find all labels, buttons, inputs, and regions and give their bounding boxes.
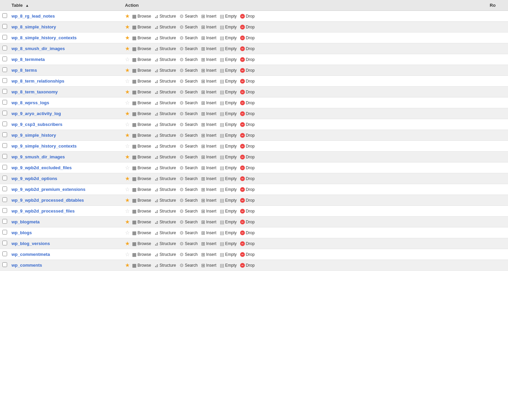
browse-action[interactable]: ▦Browse — [131, 132, 152, 138]
table-name-link[interactable]: wp_9_simple_history_contexts — [12, 143, 77, 149]
structure-action[interactable]: ⊿Structure — [153, 132, 177, 138]
browse-action[interactable]: ▦Browse — [131, 143, 152, 149]
browse-action[interactable]: ▦Browse — [131, 230, 152, 236]
table-name-link[interactable]: wp_8_term_relationships — [12, 79, 64, 84]
search-action[interactable]: ⚙Search — [178, 46, 199, 52]
favorite-star-icon[interactable]: ★ — [125, 35, 130, 41]
row-checkbox[interactable] — [2, 186, 7, 191]
search-action[interactable]: ⚙Search — [178, 219, 199, 225]
empty-action[interactable]: ▤Empty — [219, 154, 238, 160]
empty-action[interactable]: ▤Empty — [219, 121, 238, 128]
drop-action[interactable]: −Drop — [239, 241, 256, 246]
browse-action[interactable]: ▦Browse — [131, 67, 152, 73]
search-action[interactable]: ⚙Search — [178, 165, 199, 171]
browse-action[interactable]: ▦Browse — [131, 121, 152, 128]
empty-action[interactable]: ▤Empty — [219, 197, 238, 203]
favorite-star-icon[interactable]: ★ — [125, 262, 130, 268]
insert-action[interactable]: ⊞Insert — [200, 251, 217, 258]
insert-action[interactable]: ⊞Insert — [200, 176, 217, 182]
drop-action[interactable]: −Drop — [239, 263, 256, 268]
row-checkbox[interactable] — [2, 230, 7, 235]
structure-action[interactable]: ⊿Structure — [153, 262, 177, 268]
favorite-star-icon[interactable]: ★ — [125, 154, 130, 160]
favorite-star-icon[interactable]: ★ — [125, 219, 130, 225]
empty-action[interactable]: ▤Empty — [219, 46, 238, 52]
browse-action[interactable]: ▦Browse — [131, 13, 152, 19]
favorite-star-icon[interactable]: ★ — [125, 175, 130, 182]
row-checkbox[interactable] — [2, 262, 7, 267]
drop-action[interactable]: −Drop — [239, 230, 256, 236]
favorite-star-icon[interactable]: ★ — [125, 240, 130, 247]
favorite-star-icon[interactable]: ★ — [125, 110, 130, 117]
table-name-link[interactable]: wp_commentmeta — [12, 252, 50, 257]
search-action[interactable]: ⚙Search — [178, 89, 199, 95]
table-name-link[interactable]: wp_8_wprss_logs — [12, 100, 49, 105]
browse-action[interactable]: ▦Browse — [131, 176, 152, 182]
search-action[interactable]: ⚙Search — [178, 230, 199, 236]
empty-action[interactable]: ▤Empty — [219, 100, 238, 106]
empty-action[interactable]: ▤Empty — [219, 132, 238, 138]
empty-action[interactable]: ▤Empty — [219, 78, 238, 84]
insert-action[interactable]: ⊞Insert — [200, 197, 217, 203]
browse-action[interactable]: ▦Browse — [131, 208, 152, 214]
structure-action[interactable]: ⊿Structure — [153, 111, 177, 117]
drop-action[interactable]: −Drop — [239, 24, 256, 30]
browse-action[interactable]: ▦Browse — [131, 241, 152, 247]
insert-action[interactable]: ⊞Insert — [200, 100, 217, 106]
favorite-star-icon[interactable]: ★ — [125, 13, 130, 19]
table-name-link[interactable]: wp_9_wpb2d_processed_files — [12, 208, 75, 214]
table-name-link[interactable]: wp_blogs — [12, 230, 32, 235]
search-action[interactable]: ⚙Search — [178, 186, 199, 193]
row-checkbox[interactable] — [2, 24, 7, 29]
search-action[interactable]: ⚙Search — [178, 143, 199, 149]
empty-action[interactable]: ▤Empty — [219, 186, 238, 193]
empty-action[interactable]: ▤Empty — [219, 111, 238, 117]
insert-action[interactable]: ⊞Insert — [200, 230, 217, 236]
insert-action[interactable]: ⊞Insert — [200, 13, 217, 19]
empty-action[interactable]: ▤Empty — [219, 143, 238, 149]
drop-action[interactable]: −Drop — [239, 57, 256, 62]
search-action[interactable]: ⚙Search — [178, 78, 199, 84]
row-checkbox[interactable] — [2, 35, 7, 40]
browse-action[interactable]: ▦Browse — [131, 219, 152, 225]
structure-action[interactable]: ⊿Structure — [153, 89, 177, 95]
insert-action[interactable]: ⊞Insert — [200, 121, 217, 128]
insert-action[interactable]: ⊞Insert — [200, 165, 217, 171]
insert-action[interactable]: ⊞Insert — [200, 262, 217, 268]
search-action[interactable]: ⚙Search — [178, 208, 199, 214]
row-checkbox[interactable] — [2, 241, 7, 245]
drop-action[interactable]: −Drop — [239, 35, 256, 41]
browse-action[interactable]: ▦Browse — [131, 154, 152, 160]
drop-action[interactable]: −Drop — [239, 14, 256, 19]
drop-action[interactable]: −Drop — [239, 143, 256, 149]
row-checkbox[interactable] — [2, 197, 7, 202]
browse-action[interactable]: ▦Browse — [131, 35, 152, 41]
favorite-star-icon[interactable]: ☆ — [125, 56, 130, 63]
table-name-link[interactable]: wp_9_wpb2d_processed_dbtables — [12, 198, 84, 203]
browse-action[interactable]: ▦Browse — [131, 46, 152, 52]
structure-action[interactable]: ⊿Structure — [153, 154, 177, 160]
drop-action[interactable]: −Drop — [239, 89, 256, 95]
insert-action[interactable]: ⊞Insert — [200, 78, 217, 84]
structure-action[interactable]: ⊿Structure — [153, 100, 177, 106]
row-checkbox[interactable] — [2, 100, 7, 105]
favorite-star-icon[interactable]: ★ — [125, 67, 130, 73]
table-name-link[interactable]: wp_8_rg_lead_notes — [12, 14, 55, 19]
table-name-link[interactable]: wp_9_aryo_activity_log — [12, 111, 61, 116]
structure-action[interactable]: ⊿Structure — [153, 219, 177, 225]
row-checkbox[interactable] — [2, 121, 7, 126]
structure-action[interactable]: ⊿Structure — [153, 165, 177, 171]
empty-action[interactable]: ▤Empty — [219, 219, 238, 225]
favorite-star-icon[interactable]: ☆ — [125, 208, 130, 214]
empty-action[interactable]: ▤Empty — [219, 208, 238, 214]
empty-action[interactable]: ▤Empty — [219, 241, 238, 247]
favorite-star-icon[interactable]: ★ — [125, 89, 130, 95]
insert-action[interactable]: ⊞Insert — [200, 46, 217, 52]
table-name-link[interactable]: wp_8_termmeta — [12, 57, 45, 62]
structure-action[interactable]: ⊿Structure — [153, 143, 177, 149]
table-name-link[interactable]: wp_9_smush_dir_images — [12, 154, 65, 159]
structure-action[interactable]: ⊿Structure — [153, 57, 177, 63]
structure-action[interactable]: ⊿Structure — [153, 251, 177, 258]
header-table-col[interactable]: Table ▲ — [9, 0, 123, 11]
browse-action[interactable]: ▦Browse — [131, 111, 152, 117]
